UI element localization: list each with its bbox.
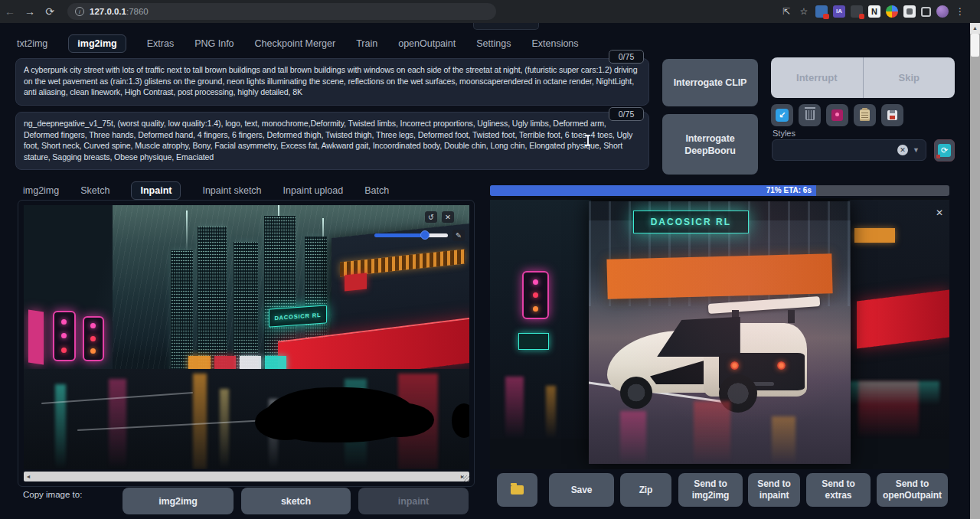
share-icon[interactable]: ⇱: [780, 5, 792, 18]
orange-sign: [854, 228, 895, 243]
interrupt-button[interactable]: Interrupt: [771, 57, 863, 98]
paste-params-icon: [776, 109, 789, 122]
menu-icon[interactable]: ⋮: [954, 5, 966, 18]
inpaint-mask-blob: [264, 387, 416, 442]
site-info-icon[interactable]: i: [75, 7, 84, 16]
send-to-inpaint-button[interactable]: Send to inpaint: [748, 473, 800, 507]
tab-mode-inpaint-upload[interactable]: Inpaint upload: [283, 185, 344, 196]
negative-prompt-input[interactable]: ng_deepnegative_v1_75t, (worst quality, …: [15, 112, 649, 170]
tab-img2img[interactable]: img2img: [68, 34, 126, 53]
slider-handle[interactable]: [420, 230, 430, 240]
inpaint-canvas-panel: DACOSICR RL: [18, 200, 475, 487]
reflection: [193, 374, 206, 469]
tab-mode-img2img[interactable]: img2img: [23, 185, 59, 196]
brush-size-slider[interactable]: [374, 233, 448, 237]
interrogate-clip-button[interactable]: Interrogate CLIP: [662, 59, 758, 106]
tab-mode-sketch[interactable]: Sketch: [80, 185, 109, 196]
inpaint-canvas[interactable]: DACOSICR RL: [24, 205, 469, 469]
reload-icon[interactable]: ⟳: [40, 5, 60, 18]
copy-to-inpaint-button[interactable]: inpaint: [358, 488, 469, 514]
tab-mode-batch[interactable]: Batch: [364, 185, 389, 196]
prompt-token-counter: 0/75: [609, 50, 644, 64]
light-dot: [61, 348, 67, 353]
send-to-img2img-button[interactable]: Send to img2img: [678, 473, 743, 507]
extra-networks-button[interactable]: [826, 104, 848, 126]
light-dot: [90, 336, 96, 341]
progress-fill: 71% ETA: 6s: [490, 185, 816, 196]
clear-prompt-icon: [805, 110, 815, 120]
haze-overlay: [589, 201, 851, 464]
tab-png-info[interactable]: PNG Info: [194, 38, 234, 49]
zip-button[interactable]: Zip: [620, 473, 671, 507]
paste-params-button[interactable]: [771, 104, 793, 126]
skip-button[interactable]: Skip: [864, 57, 956, 98]
teal-sign-small: [518, 333, 549, 350]
antenna: [186, 211, 188, 253]
copy-to-sketch-button[interactable]: sketch: [241, 488, 351, 514]
result-gallery[interactable]: DACOSICR RL: [490, 198, 949, 469]
styles-dropdown[interactable]: [772, 139, 926, 161]
tab-mode-inpaint[interactable]: Inpaint: [131, 181, 181, 200]
scrollbar-up-icon[interactable]: ▲: [970, 23, 980, 34]
light-dot: [90, 323, 96, 328]
traffic-light: [83, 316, 104, 361]
address-bar[interactable]: i 127.0.0.1:7860: [67, 3, 496, 20]
resize-grip[interactable]: [463, 475, 469, 481]
undo-icon[interactable]: [425, 211, 437, 223]
refresh-styles-button[interactable]: [934, 139, 955, 162]
quicksettings-remnant: [473, 23, 539, 30]
generation-controls: Interrupt Skip: [771, 57, 955, 98]
bookmark-star-icon[interactable]: ☆: [798, 5, 810, 18]
tab-train[interactable]: Train: [356, 38, 377, 49]
clear-prompt-button[interactable]: [799, 104, 821, 126]
tab-txt2img[interactable]: txt2img: [17, 38, 47, 49]
extension-ia-icon[interactable]: IA: [833, 5, 845, 18]
prompt-input[interactable]: A cyberpunk city street with lots of tra…: [15, 58, 649, 106]
extension-screen-icon[interactable]: [851, 5, 863, 18]
gallery-backdrop-right: [848, 200, 949, 439]
styles-label: Styles: [773, 129, 795, 138]
interrogate-deepbooru-button[interactable]: Interrogate DeepBooru: [662, 114, 758, 175]
tab-extras[interactable]: Extras: [147, 38, 174, 49]
apply-styles-button[interactable]: [854, 104, 876, 126]
forward-icon[interactable]: →: [20, 5, 40, 18]
tab-mode-inpaint-sketch[interactable]: Inpaint sketch: [202, 185, 261, 196]
tab-settings[interactable]: Settings: [476, 38, 511, 49]
reflection: [848, 381, 939, 405]
url-host: 127.0.0.1: [90, 7, 126, 16]
send-to-openoutpaint-button[interactable]: Send to openOutpaint: [877, 473, 948, 507]
pencil-icon[interactable]: [452, 230, 465, 241]
extensions-puzzle-icon[interactable]: [903, 5, 916, 18]
back-icon[interactable]: ←: [0, 5, 20, 18]
page-scrollbar[interactable]: ▲: [970, 23, 980, 519]
scrollbar-thumb[interactable]: [971, 34, 979, 57]
save-button[interactable]: Save: [549, 473, 614, 507]
reflection: [55, 384, 67, 469]
clear-styles-icon[interactable]: [897, 145, 908, 155]
img2img-mode-tabs: img2img Sketch Inpaint Inpaint sketch In…: [23, 181, 389, 201]
extension-n-icon[interactable]: N: [868, 5, 880, 18]
extension-badge-icon[interactable]: [815, 5, 828, 18]
extension-diamond-icon[interactable]: [886, 5, 898, 18]
browser-icons: ⇱ ☆ IA N ⋮: [780, 0, 966, 23]
chevron-down-icon: [913, 146, 920, 154]
clear-image-icon[interactable]: [442, 211, 454, 223]
save-style-button[interactable]: [881, 104, 903, 126]
close-icon[interactable]: [936, 207, 943, 218]
copy-to-img2img-button[interactable]: img2img: [122, 488, 234, 514]
reflection: [505, 377, 524, 439]
light-dot: [533, 306, 538, 312]
canvas-horizontal-scrollbar[interactable]: ◄ ►: [24, 472, 469, 481]
tab-openoutpaint[interactable]: openOutpaint: [398, 38, 456, 49]
copy-image-to-label: Copy image to:: [23, 490, 82, 499]
tab-switcher-icon[interactable]: [921, 7, 931, 17]
save-style-icon: [887, 110, 897, 120]
open-folder-button[interactable]: [497, 473, 537, 507]
send-to-extras-button[interactable]: Send to extras: [806, 473, 871, 507]
profile-avatar[interactable]: [936, 5, 949, 18]
tab-extensions[interactable]: Extensions: [531, 38, 578, 49]
skyscraper: [198, 227, 227, 372]
live-preview-image[interactable]: DACOSICR RL: [589, 201, 851, 464]
scroll-left-icon[interactable]: ◄: [24, 472, 33, 481]
tab-checkpoint-merger[interactable]: Checkpoint Merger: [255, 38, 336, 49]
